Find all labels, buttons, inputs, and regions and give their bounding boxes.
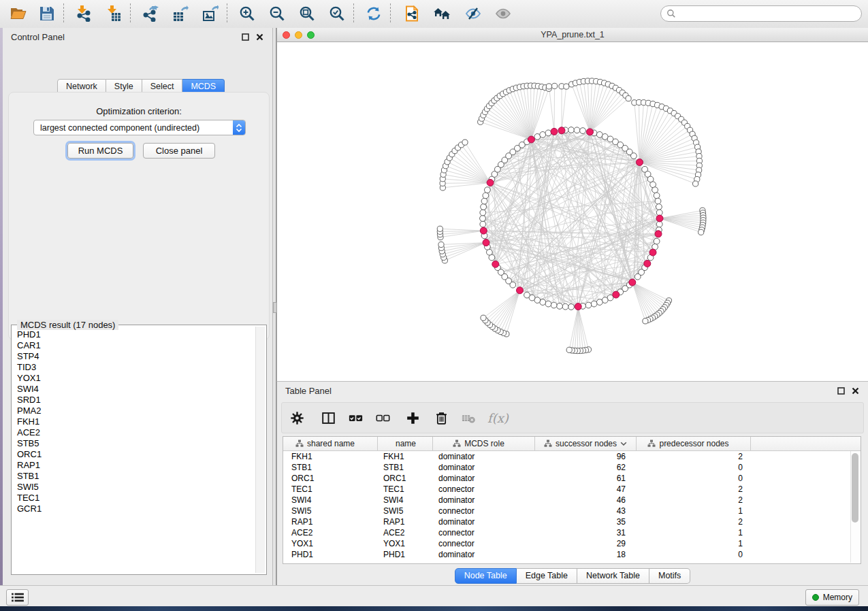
show-eye-icon[interactable] (492, 4, 515, 23)
unselect-all-columns-icon[interactable] (370, 408, 395, 428)
mcds-list-scrollbar[interactable] (255, 327, 265, 573)
memory-label: Memory (823, 593, 852, 602)
toolbar-separator (353, 3, 354, 24)
table-row[interactable]: STB1 STB1 dominator 62 0 (283, 462, 861, 473)
table-type-tab[interactable]: Edge Table (517, 568, 577, 584)
network-document-icon[interactable] (400, 4, 423, 23)
function-builder-icon-disabled: f(x) (487, 411, 509, 425)
close-panel-icon[interactable] (850, 386, 860, 396)
float-panel-icon[interactable] (240, 33, 250, 42)
table-row[interactable]: FKH1 FKH1 dominator 96 2 (283, 451, 861, 462)
table-column-header[interactable]: successor nodes (535, 437, 637, 450)
cell-predecessor-nodes: 2 (637, 484, 751, 494)
import-network-icon[interactable] (72, 4, 95, 23)
mcds-node-item[interactable]: ACE2 (13, 427, 255, 438)
cell-mcds-role: dominator (433, 452, 535, 461)
mcds-node-item[interactable]: CAR1 (13, 340, 255, 351)
table-column-header[interactable]: predecessor nodes (637, 437, 751, 450)
mcds-node-item[interactable]: TID3 (13, 362, 255, 373)
table-row[interactable]: TEC1 TEC1 connector 47 2 (283, 484, 861, 495)
table-row[interactable]: SWI5 SWI5 connector 43 1 (283, 506, 861, 516)
zoom-fit-icon[interactable] (295, 4, 319, 23)
table-row[interactable]: YOX1 YOX1 connector 29 1 (283, 538, 861, 549)
mcds-node-item[interactable]: PMA2 (13, 406, 255, 416)
cell-mcds-role: dominator (433, 550, 535, 559)
mcds-node-item[interactable]: SRD1 (13, 395, 255, 406)
open-file-icon[interactable] (7, 4, 30, 23)
table-settings-gear-icon[interactable] (285, 408, 309, 428)
search-field[interactable] (660, 5, 862, 22)
cell-mcds-role: connector (433, 528, 535, 538)
network-canvas[interactable] (277, 42, 868, 380)
table-column-header[interactable]: MCDS role (433, 437, 535, 450)
hide-eye-icon[interactable] (462, 4, 485, 23)
search-input[interactable] (680, 8, 856, 19)
cell-predecessor-nodes: 2 (637, 452, 751, 461)
close-panel-icon[interactable] (255, 33, 264, 42)
export-table-icon[interactable] (169, 4, 192, 23)
cell-successor-nodes: 61 (535, 474, 637, 483)
table-row[interactable]: ORC1 ORC1 dominator 61 0 (283, 473, 861, 484)
cell-mcds-role: connector (433, 539, 535, 548)
mcds-node-item[interactable]: STB1 (13, 471, 255, 482)
table-row[interactable]: ACE2 ACE2 connector 31 1 (283, 527, 861, 538)
shared-column-tree-icon (544, 440, 552, 448)
shared-column-tree-icon (453, 440, 461, 448)
mcds-node-item[interactable]: PHD1 (13, 329, 255, 340)
run-mcds-button[interactable]: Run MCDS (67, 143, 133, 159)
save-session-icon[interactable] (35, 4, 59, 23)
cell-shared-name: SWI4 (283, 495, 378, 505)
mcds-node-item[interactable]: TEC1 (13, 493, 255, 503)
task-history-button[interactable] (6, 589, 29, 606)
mcds-node-item[interactable]: STP4 (13, 351, 255, 362)
desktop-wallpaper-strip (0, 606, 868, 611)
table-row[interactable]: SWI4 SWI4 dominator 46 2 (283, 495, 861, 506)
table-row[interactable]: RAP1 RAP1 dominator 35 2 (283, 516, 861, 527)
select-all-columns-icon[interactable] (343, 408, 368, 428)
network-window-titlebar[interactable]: YPA_prune.txt_1 (277, 28, 868, 42)
memory-button[interactable]: Memory (805, 589, 859, 606)
mcds-node-item[interactable]: RAP1 (13, 460, 255, 471)
mcds-node-item[interactable]: GCR1 (13, 503, 255, 514)
control-panel: Control Panel NetworkStyleSelectMCDS Opt… (3, 28, 272, 585)
search-icon (666, 9, 676, 18)
network-graph[interactable] (277, 42, 868, 380)
cell-name: SWI5 (378, 506, 433, 516)
close-panel-button[interactable]: Close panel (143, 143, 215, 159)
mcds-node-item[interactable]: YOX1 (13, 373, 255, 384)
mcds-node-item[interactable]: STB5 (13, 438, 255, 449)
zoom-in-icon[interactable] (236, 4, 259, 23)
mcds-node-item[interactable]: SWI4 (13, 384, 255, 395)
create-column-plus-icon[interactable] (400, 408, 425, 428)
table-type-tab[interactable]: Node Table (455, 568, 517, 584)
home-views-icon[interactable] (430, 4, 453, 23)
show-column-panel-icon[interactable] (316, 408, 340, 428)
zoom-out-icon[interactable] (266, 4, 289, 23)
control-panel-tabs: NetworkStyleSelectMCDS (57, 79, 225, 93)
mcds-node-item[interactable]: SWI5 (13, 482, 255, 493)
table-scrollbar[interactable] (850, 451, 860, 563)
mcds-node-item[interactable]: ORC1 (13, 449, 255, 460)
criterion-dropdown[interactable]: largest connected component (undirected) (33, 120, 246, 135)
cell-shared-name: ACE2 (283, 528, 378, 538)
table-column-header[interactable]: shared name (283, 437, 378, 450)
import-table-icon[interactable] (102, 4, 125, 23)
float-panel-icon[interactable] (836, 386, 846, 396)
table-type-tab[interactable]: Motifs (649, 568, 690, 584)
cell-mcds-role: dominator (433, 517, 535, 527)
delete-column-trash-icon[interactable] (429, 408, 453, 428)
refresh-layout-icon[interactable] (362, 4, 385, 23)
export-network-icon[interactable] (139, 4, 162, 23)
shared-column-tree-icon (295, 440, 304, 448)
table-type-tab[interactable]: Network Table (577, 568, 649, 584)
cell-successor-nodes: 62 (535, 463, 637, 472)
cell-successor-nodes: 96 (535, 452, 637, 461)
zoom-selected-icon[interactable] (325, 4, 349, 23)
mcds-node-item[interactable]: FKH1 (13, 416, 255, 427)
table-column-header[interactable]: name (378, 437, 433, 450)
table-scrollbar-thumb[interactable] (852, 453, 858, 523)
table-row[interactable]: PHD1 PHD1 dominator 18 0 (283, 549, 861, 560)
export-image-icon[interactable] (199, 4, 222, 23)
cell-mcds-role: dominator (433, 463, 535, 472)
sort-descending-icon (620, 442, 627, 446)
